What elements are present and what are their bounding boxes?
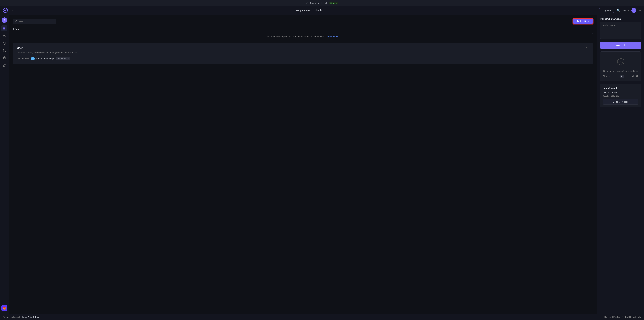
upgrade-button[interactable]: Upgrade: [599, 8, 614, 13]
bottom-repo: turteltech/airbnb: [6, 316, 20, 318]
no-changes-text: No pending changes! keep working.: [603, 69, 638, 73]
svg-line-10: [17, 22, 17, 22]
diamond-icon: [3, 42, 6, 45]
sidebar-item-users[interactable]: [1, 33, 8, 39]
star-badge[interactable]: 11.0k ★: [329, 1, 338, 4]
pending-changes-title: Pending changes: [600, 17, 641, 20]
logo-icon: [3, 8, 8, 13]
entity-commit-row: Last commit: T about 3 hours ago Initial…: [17, 57, 589, 60]
banner-text: Star us on GitHub: [310, 2, 327, 4]
logout-icon[interactable]: ↪: [639, 9, 641, 12]
sidebar-item-diamond[interactable]: [1, 40, 8, 46]
entity-name: User: [17, 46, 23, 50]
changes-count-badge: 0: [620, 75, 624, 78]
changes-icons: ⇄ 🗑: [632, 75, 638, 78]
bottom-bar-left: ⬡ turteltech/airbnb Open With Github: [3, 316, 39, 319]
entity-card: User 🗑 An automatically created entity t…: [13, 43, 593, 64]
github-bottom-icon: ⬡: [3, 316, 5, 319]
search-icon[interactable]: 🔍: [617, 9, 620, 12]
pending-changes-section: Pending changes: [600, 17, 641, 39]
search-bar[interactable]: [13, 18, 56, 24]
plan-message: With the current plan, you can use to 7 …: [268, 35, 324, 38]
commit-id-row: Commit 1zr3xnc7: [603, 92, 638, 94]
entity-header: 1 Entity: [13, 28, 593, 30]
svg-point-8: [4, 58, 5, 58]
sidebar-item-settings[interactable]: [1, 55, 8, 61]
project-name: Sample Project: [295, 9, 311, 12]
entity-card-header: User 🗑: [17, 46, 589, 50]
version-label: v1.8.0: [10, 9, 20, 11]
github-banner-icon: [306, 2, 308, 4]
plan-banner: With the current plan, you can use to 7 …: [13, 33, 593, 40]
last-commit-header: Last Commit ✓: [603, 87, 638, 90]
svg-point-5: [5, 51, 6, 52]
view-code-button[interactable]: Go to view code: [603, 99, 638, 105]
last-commit-title: Last Commit: [603, 87, 617, 90]
right-panel: Pending changes Rebuild No pending chang…: [597, 15, 644, 314]
rocket-icon: [3, 64, 6, 67]
upgrade-now-link[interactable]: Upgrade now: [325, 35, 338, 38]
commit-message-badge: Initial Commit: [56, 57, 70, 60]
svg-line-15: [621, 62, 624, 63]
commit-id-label: Commit: [603, 92, 610, 94]
cube-icon: [616, 57, 626, 67]
bottom-commit-id-label: Commit ID 1zr3xnc7: [604, 316, 622, 318]
users-icon: [3, 34, 6, 37]
logo[interactable]: [3, 8, 8, 13]
service-name: AirBnb: [314, 9, 322, 12]
checkmark-icon: ✓: [636, 87, 638, 90]
changes-row: Changes 0 ⇄ 🗑: [603, 75, 638, 78]
search-bar-icon: [15, 20, 18, 22]
entity-count: 1 Entity: [13, 28, 21, 30]
svg-point-6: [3, 49, 4, 50]
bottom-build-id-label: Build ID xc9ggv3z: [625, 316, 641, 318]
delete-changes-icon[interactable]: 🗑: [636, 75, 638, 78]
settings-icon: [3, 56, 6, 59]
service-selector[interactable]: AirBnb ▾: [314, 9, 324, 12]
bottom-bar: ⬡ turteltech/airbnb Open With Github Com…: [0, 314, 644, 320]
commit-user-avatar: T: [31, 57, 35, 60]
svg-point-9: [16, 20, 17, 22]
close-banner-button[interactable]: ×: [640, 1, 641, 4]
entity-description: An automatically created entity to manag…: [17, 51, 589, 54]
chevron-down-icon: ▾: [323, 9, 324, 11]
open-github-button[interactable]: Open With Github: [22, 316, 39, 318]
header-center: Sample Project AirBnb ▾: [20, 9, 599, 12]
main-content: Add entity + 1 Entity With the current p…: [9, 15, 597, 314]
user-avatar[interactable]: T: [632, 8, 636, 13]
main-header: v1.8.0 Sample Project AirBnb ▾ Upgrade 🔍…: [0, 6, 644, 15]
header-right: Upgrade 🔍 Help ▾ T ↪: [599, 8, 641, 13]
sidebar-item-git[interactable]: [1, 47, 8, 54]
top-banner: Star us on GitHub 11.0k ★ ×: [0, 0, 644, 6]
last-commit-section: Last Commit ✓ Commit 1zr3xnc7 about 3 ho…: [600, 84, 641, 107]
svg-line-17: [621, 58, 624, 60]
help-button[interactable]: Help ▾: [623, 9, 629, 11]
sidebar: A ⊞: [0, 15, 9, 314]
git-icon: [3, 49, 6, 52]
sidebar-item-deploy[interactable]: [1, 62, 8, 68]
svg-line-14: [617, 62, 621, 63]
commit-id-value: 1zr3xnc7: [610, 92, 618, 94]
gift-button[interactable]: 🎁: [1, 305, 8, 311]
svg-marker-4: [3, 42, 6, 44]
add-entity-button[interactable]: Add entity +: [573, 18, 593, 24]
changes-label: Changes: [603, 75, 612, 77]
rebuild-button[interactable]: Rebuild: [600, 42, 641, 49]
svg-line-16: [617, 58, 621, 60]
cube-svg: [616, 57, 626, 66]
search-input[interactable]: [19, 20, 54, 23]
commit-time: about 3 hours ago: [36, 57, 54, 60]
help-chevron-icon: ▾: [628, 9, 629, 11]
bottom-bar-right: Commit ID 1zr3xnc7 Build ID xc9ggv3z: [604, 316, 641, 318]
content-area: Add entity + 1 Entity With the current p…: [9, 15, 597, 314]
build-message-input[interactable]: [600, 22, 641, 39]
commit-date: about 3 hours ago: [603, 95, 638, 97]
sidebar-user-avatar[interactable]: A: [2, 17, 7, 23]
sync-icon[interactable]: ⇄: [632, 75, 634, 78]
sidebar-item-entities[interactable]: ⊞: [1, 25, 8, 31]
svg-point-3: [3, 35, 4, 36]
delete-entity-button[interactable]: 🗑: [586, 46, 589, 50]
no-changes-box: No pending changes! keep working. Change…: [600, 51, 641, 81]
last-commit-label: Last commit:: [17, 57, 29, 60]
app-body: A ⊞: [0, 15, 644, 314]
